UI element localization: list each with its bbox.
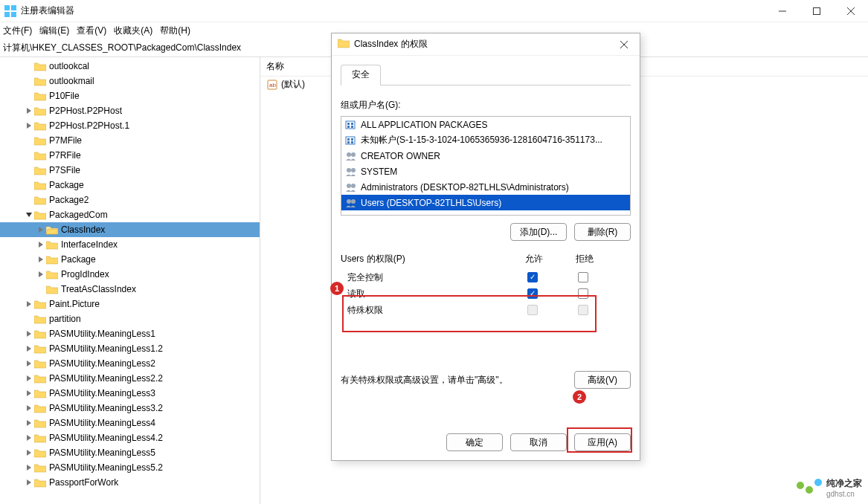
chevron-right-icon[interactable] <box>24 106 34 116</box>
tree-item[interactable]: outlookmail <box>0 74 260 88</box>
tree-item[interactable]: P2PHost.P2PHost <box>0 103 260 118</box>
chevron-right-icon[interactable] <box>36 224 46 235</box>
tree-item[interactable]: PASMUtility.MeaningLess2.2 <box>0 371 260 386</box>
ok-button[interactable]: 确定 <box>446 433 503 451</box>
tree-item[interactable]: PASMUtility.MeaningLess3 <box>0 386 260 401</box>
path-input[interactable]: 计算机\HKEY_CLASSES_ROOT\PackagedCom\ClassI… <box>3 42 241 54</box>
tree-panel[interactable]: outlookcaloutlookmailP10FileP2PHost.P2PH… <box>0 57 260 504</box>
menu-view[interactable]: 查看(V) <box>77 25 106 37</box>
tree-item[interactable]: PackagedCom <box>0 207 260 222</box>
tree-item[interactable]: Package <box>0 178 260 193</box>
user-row[interactable]: Users (DESKTOP-82TLHLS\Users) <box>341 195 630 210</box>
registry-tree: outlookcaloutlookmailP10FileP2PHost.P2PH… <box>0 57 260 491</box>
tree-item[interactable]: P7MFile <box>0 133 260 148</box>
chevron-right-icon[interactable] <box>24 403 34 413</box>
deny-checkbox[interactable] <box>578 288 588 299</box>
svg-text:ab: ab <box>269 82 276 88</box>
chevron-right-icon[interactable] <box>24 329 34 339</box>
chevron-right-icon[interactable] <box>36 239 46 250</box>
folder-icon <box>34 403 46 413</box>
user-row[interactable]: CREATOR OWNER <box>341 148 630 164</box>
tree-item[interactable]: PassportForWork <box>0 475 260 490</box>
tree-item[interactable]: ProgIdIndex <box>0 267 260 282</box>
column-name[interactable]: 名称 <box>266 60 341 73</box>
tree-item[interactable]: Paint.Picture <box>0 297 260 311</box>
folder-icon <box>46 224 58 235</box>
cancel-button[interactable]: 取消 <box>510 433 567 451</box>
chevron-right-icon[interactable] <box>24 343 34 354</box>
tree-item[interactable]: outlookcal <box>0 59 260 74</box>
users-listbox[interactable]: ALL APPLICATION PACKAGES未知帐户(S-1-15-3-10… <box>341 116 631 216</box>
tree-item[interactable]: PASMUtility.MeaningLess4.2 <box>0 430 260 445</box>
chevron-right-icon[interactable] <box>24 299 34 309</box>
menu-edit[interactable]: 编辑(E) <box>39 25 69 37</box>
tree-item[interactable]: TreatAsClassIndex <box>0 282 260 297</box>
remove-button[interactable]: 删除(R) <box>574 223 631 241</box>
tree-item[interactable]: P10File <box>0 88 260 103</box>
chevron-right-icon[interactable] <box>24 418 34 428</box>
allow-checkbox[interactable] <box>527 288 538 299</box>
tree-item[interactable]: PASMUtility.MeaningLess5.2 <box>0 460 260 475</box>
minimize-button[interactable] <box>765 0 800 22</box>
tree-item-label: PackagedCom <box>49 210 108 220</box>
tab-security[interactable]: 安全 <box>341 65 381 85</box>
maximize-button[interactable] <box>800 0 834 22</box>
advanced-button[interactable]: 高级(V) <box>574 371 631 389</box>
expander-empty <box>24 135 34 146</box>
tree-item[interactable]: ClassIndex <box>0 222 260 237</box>
menu-favorites[interactable]: 收藏夹(A) <box>114 25 152 37</box>
tree-item[interactable]: Package <box>0 252 260 267</box>
user-name: SYSTEM <box>361 167 397 177</box>
tree-item[interactable]: Package2 <box>0 193 260 207</box>
user-row[interactable]: ALL APPLICATION PACKAGES <box>341 117 630 132</box>
svg-rect-0 <box>4 5 10 10</box>
add-button[interactable]: 添加(D)... <box>510 223 567 241</box>
dialog-close-button[interactable] <box>608 33 640 56</box>
tree-item[interactable]: PASMUtility.MeaningLess1 <box>0 326 260 341</box>
annotation-badge-2: 2 <box>573 390 586 404</box>
apply-button[interactable]: 应用(A) <box>574 433 631 451</box>
chevron-right-icon[interactable] <box>24 388 34 398</box>
chevron-right-icon[interactable] <box>24 358 34 369</box>
chevron-right-icon[interactable] <box>24 477 34 488</box>
tree-item[interactable]: partition <box>0 311 260 326</box>
tree-item[interactable]: PASMUtility.MeaningLess3.2 <box>0 401 260 416</box>
tree-item[interactable]: PASMUtility.MeaningLess2 <box>0 356 260 371</box>
tree-item[interactable]: PASMUtility.MeaningLess4 <box>0 416 260 430</box>
tree-item[interactable]: InterfaceIndex <box>0 237 260 252</box>
chevron-right-icon[interactable] <box>36 269 46 280</box>
svg-point-23 <box>351 152 356 157</box>
tree-item[interactable]: P7SFile <box>0 163 260 178</box>
menu-file[interactable]: 文件(F) <box>3 25 32 37</box>
tree-item-label: PASMUtility.MeaningLess3 <box>49 388 155 398</box>
tree-item[interactable]: P2PHost.P2PHost.1 <box>0 118 260 133</box>
chevron-down-icon[interactable] <box>24 210 34 220</box>
chevron-right-icon[interactable] <box>24 120 34 131</box>
tree-item[interactable]: PASMUtility.MeaningLess1.2 <box>0 341 260 356</box>
tree-item-label: TreatAsClassIndex <box>61 284 136 294</box>
svg-rect-1 <box>11 5 16 10</box>
chevron-right-icon[interactable] <box>36 254 46 265</box>
menu-help[interactable]: 帮助(H) <box>160 25 190 37</box>
chevron-right-icon[interactable] <box>24 462 34 473</box>
folder-icon <box>34 433 46 443</box>
tree-item-label: ClassIndex <box>61 224 105 235</box>
allow-checkbox[interactable] <box>527 272 538 282</box>
tree-item[interactable]: P7RFile <box>0 148 260 163</box>
tree-item-label: partition <box>49 314 81 324</box>
dialog-titlebar[interactable]: ClassIndex 的权限 <box>332 33 640 56</box>
close-button[interactable] <box>834 0 868 22</box>
user-row[interactable]: SYSTEM <box>341 164 630 179</box>
chevron-right-icon[interactable] <box>24 433 34 443</box>
user-name: CREATOR OWNER <box>361 151 440 161</box>
folder-icon <box>34 150 46 161</box>
chevron-right-icon[interactable] <box>24 373 34 384</box>
deny-checkbox[interactable] <box>578 272 588 282</box>
permissions-listbox[interactable]: 完全控制读取特殊权限 <box>341 268 631 365</box>
column-allow: 允许 <box>525 253 543 265</box>
chevron-right-icon[interactable] <box>24 448 34 458</box>
tree-item[interactable]: PASMUtility.MeaningLess5 <box>0 445 260 460</box>
user-row[interactable]: 未知帐户(S-1-15-3-1024-1065365936-1281604716… <box>341 132 630 148</box>
expander-empty <box>24 195 34 205</box>
user-row[interactable]: Administrators (DESKTOP-82TLHLS\Administ… <box>341 179 630 195</box>
